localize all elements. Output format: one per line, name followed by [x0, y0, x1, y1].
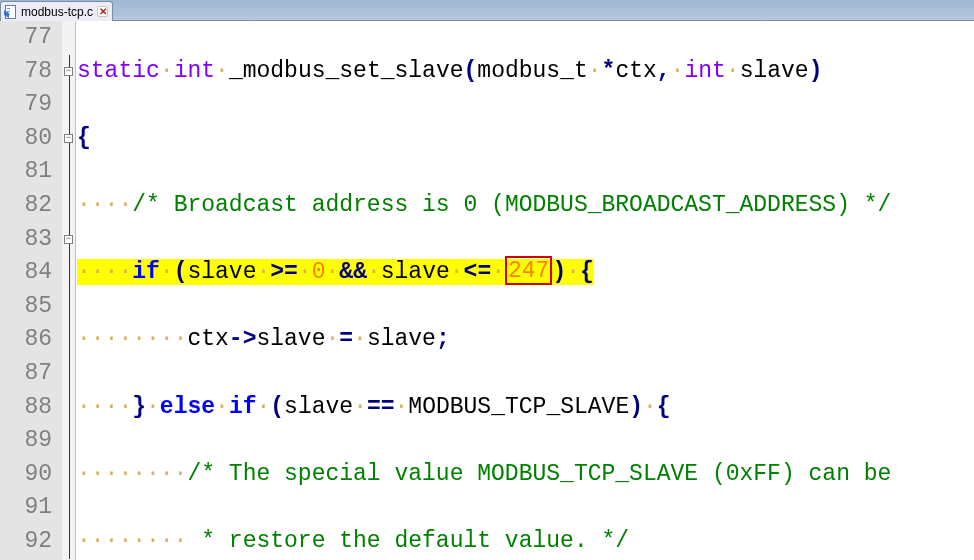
- ws-dot: ·: [146, 394, 160, 420]
- line-number: 90: [0, 458, 62, 492]
- ws-dot: ·: [325, 326, 339, 352]
- fold-cell: [62, 256, 75, 290]
- ws-dot: ·: [450, 259, 464, 285]
- ws-dot: ·: [395, 394, 409, 420]
- punct: {: [657, 394, 671, 420]
- fold-cell: [62, 290, 75, 324]
- identifier: ctx: [187, 326, 228, 352]
- keyword: else: [160, 394, 215, 420]
- identifier: slave: [740, 58, 809, 84]
- code-line: ········ * restore the default value. */: [76, 525, 974, 559]
- code-line-highlighted: ····if·(slave·>=·0·&&·slave·<=·247)·{: [76, 256, 974, 290]
- highlighted-value-box: 247: [505, 256, 552, 285]
- identifier: slave: [256, 326, 325, 352]
- close-icon[interactable]: ✕: [97, 6, 108, 17]
- line-number: 88: [0, 391, 62, 425]
- punct: *: [602, 58, 616, 84]
- ws-indent: ····: [77, 192, 132, 218]
- ws-dot: ·: [566, 259, 580, 285]
- ws-dot: ·: [256, 394, 270, 420]
- operator: &&: [339, 259, 367, 285]
- ws-dot: ·: [256, 259, 270, 285]
- keyword: int: [174, 58, 215, 84]
- punct: ): [552, 259, 566, 285]
- punct: ): [809, 58, 823, 84]
- fold-cell: [62, 21, 75, 55]
- fold-cell: [62, 88, 75, 122]
- ws-dot: ·: [588, 58, 602, 84]
- identifier: slave: [284, 394, 353, 420]
- svg-rect-1: [7, 8, 10, 9]
- ws-dot: ·: [643, 394, 657, 420]
- code-line: static·int·_modbus_set_slave(modbus_t·*c…: [76, 55, 974, 89]
- code-line: ········ctx->slave·=·slave;: [76, 323, 974, 357]
- ws-indent: ····: [77, 394, 132, 420]
- ws-dot: ·: [160, 259, 174, 285]
- line-number: 78: [0, 55, 62, 89]
- keyword: static: [77, 58, 160, 84]
- line-number-gutter: 77 78 79 80 81 82 83 84 85 86 87 88 89 9…: [0, 21, 62, 560]
- keyword: if: [132, 259, 160, 285]
- fold-cell: [62, 491, 75, 525]
- fold-cell: [62, 357, 75, 391]
- ws-dot: ·: [298, 259, 312, 285]
- svg-rect-2: [7, 11, 10, 12]
- ws-indent: ········: [77, 326, 187, 352]
- file-icon: [4, 5, 17, 19]
- ws-dot: ·: [215, 58, 229, 84]
- operator: <=: [464, 259, 492, 285]
- ws-dot: ·: [671, 58, 685, 84]
- line-number: 80: [0, 122, 62, 156]
- punct: {: [77, 125, 91, 151]
- code-editor[interactable]: 77 78 79 80 81 82 83 84 85 86 87 88 89 9…: [0, 21, 974, 560]
- line-number: 81: [0, 155, 62, 189]
- line-number: 87: [0, 357, 62, 391]
- operator: >=: [270, 259, 298, 285]
- fold-cell: [62, 323, 75, 357]
- line-number: 85: [0, 290, 62, 324]
- punct: ;: [436, 326, 450, 352]
- fold-cell: [62, 391, 75, 425]
- operator: ->: [229, 326, 257, 352]
- tab-bar: modbus-tcp.c ✕: [0, 0, 974, 21]
- operator: ==: [367, 394, 395, 420]
- fold-cell: [62, 424, 75, 458]
- file-tab-active[interactable]: modbus-tcp.c ✕: [0, 1, 113, 21]
- tab-filename: modbus-tcp.c: [21, 5, 93, 19]
- line-number: 83: [0, 223, 62, 257]
- identifier: slave: [367, 326, 436, 352]
- comment: * restore the default value. */: [187, 528, 629, 554]
- punct: (: [464, 58, 478, 84]
- ws-dot: ·: [367, 259, 381, 285]
- fold-toggle[interactable]: −: [62, 223, 75, 257]
- line-number: 89: [0, 424, 62, 458]
- line-number: 91: [0, 491, 62, 525]
- line-number: 77: [0, 21, 62, 55]
- fold-toggle[interactable]: −: [62, 122, 75, 156]
- fold-cell: [62, 458, 75, 492]
- fold-cell: [62, 189, 75, 223]
- number: 0: [312, 259, 326, 285]
- code-line: ········/* The special value MODBUS_TCP_…: [76, 458, 974, 492]
- code-area[interactable]: static·int·_modbus_set_slave(modbus_t·*c…: [76, 21, 974, 560]
- fold-cell: [62, 525, 75, 559]
- ws-indent: ····: [77, 259, 132, 285]
- code-line: {: [76, 122, 974, 156]
- keyword: int: [684, 58, 725, 84]
- punct: (: [174, 259, 188, 285]
- punct: ,: [657, 58, 671, 84]
- identifier: slave: [381, 259, 450, 285]
- ws-dot: ·: [353, 326, 367, 352]
- ws-indent: ········: [77, 528, 187, 554]
- punct: }: [132, 394, 146, 420]
- line-number: 84: [0, 256, 62, 290]
- line-number: 79: [0, 88, 62, 122]
- comment: /* The special value MODBUS_TCP_SLAVE (0…: [187, 461, 891, 487]
- code-line: ····}·else·if·(slave·==·MODBUS_TCP_SLAVE…: [76, 391, 974, 425]
- identifier: MODBUS_TCP_SLAVE: [408, 394, 629, 420]
- fold-toggle[interactable]: −: [62, 55, 75, 89]
- line-number: 82: [0, 189, 62, 223]
- identifier: modbus_t: [477, 58, 587, 84]
- code-line: ····/* Broadcast address is 0 (MODBUS_BR…: [76, 189, 974, 223]
- keyword: if: [229, 394, 257, 420]
